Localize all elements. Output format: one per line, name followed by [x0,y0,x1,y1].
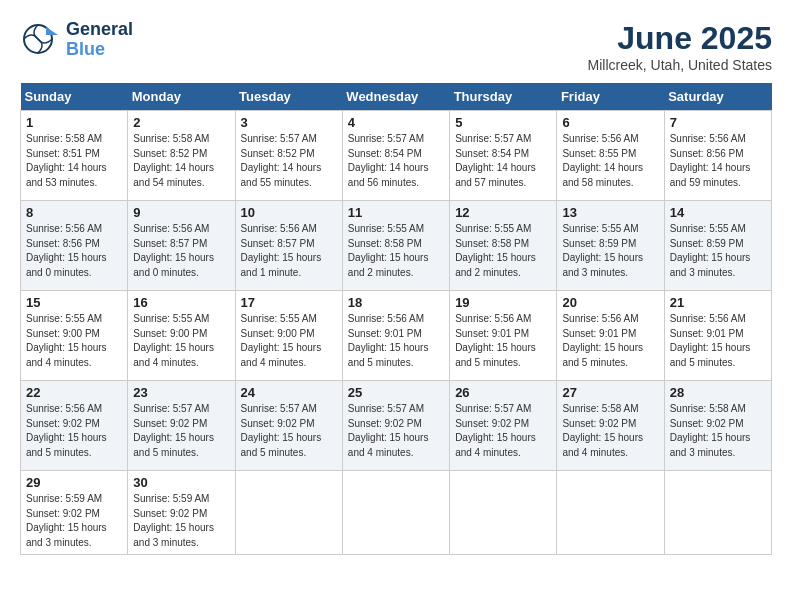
sunset-text: Sunset: 9:02 PM [26,418,100,429]
daylight-text: Daylight: 15 hours and 3 minutes. [26,522,107,548]
day-number: 13 [562,205,658,220]
sunset-text: Sunset: 9:02 PM [455,418,529,429]
day-info: Sunrise: 5:57 AM Sunset: 9:02 PM Dayligh… [133,402,229,460]
day-info: Sunrise: 5:58 AM Sunset: 8:52 PM Dayligh… [133,132,229,190]
table-row: 7 Sunrise: 5:56 AM Sunset: 8:56 PM Dayli… [664,111,771,201]
daylight-text: Daylight: 15 hours and 5 minutes. [348,342,429,368]
sunset-text: Sunset: 9:00 PM [133,328,207,339]
daylight-text: Daylight: 15 hours and 3 minutes. [562,252,643,278]
day-number: 9 [133,205,229,220]
sunrise-text: Sunrise: 5:56 AM [670,313,746,324]
day-number: 7 [670,115,766,130]
day-number: 3 [241,115,337,130]
sunrise-text: Sunrise: 5:56 AM [26,223,102,234]
table-row: 23 Sunrise: 5:57 AM Sunset: 9:02 PM Dayl… [128,381,235,471]
calendar-table: Sunday Monday Tuesday Wednesday Thursday… [20,83,772,555]
calendar-header-row: Sunday Monday Tuesday Wednesday Thursday… [21,83,772,111]
col-friday: Friday [557,83,664,111]
table-row: 15 Sunrise: 5:55 AM Sunset: 9:00 PM Dayl… [21,291,128,381]
sunrise-text: Sunrise: 5:58 AM [562,403,638,414]
day-number: 26 [455,385,551,400]
day-info: Sunrise: 5:58 AM Sunset: 8:51 PM Dayligh… [26,132,122,190]
day-number: 23 [133,385,229,400]
sunset-text: Sunset: 8:57 PM [241,238,315,249]
sunset-text: Sunset: 8:56 PM [670,148,744,159]
location-title: Millcreek, Utah, United States [588,57,772,73]
day-info: Sunrise: 5:58 AM Sunset: 9:02 PM Dayligh… [562,402,658,460]
sunset-text: Sunset: 8:51 PM [26,148,100,159]
day-info: Sunrise: 5:56 AM Sunset: 9:01 PM Dayligh… [562,312,658,370]
day-number: 21 [670,295,766,310]
day-number: 11 [348,205,444,220]
sunrise-text: Sunrise: 5:58 AM [133,133,209,144]
calendar-week-row: 22 Sunrise: 5:56 AM Sunset: 9:02 PM Dayl… [21,381,772,471]
daylight-text: Daylight: 15 hours and 5 minutes. [133,432,214,458]
daylight-text: Daylight: 15 hours and 5 minutes. [562,342,643,368]
sunset-text: Sunset: 8:58 PM [348,238,422,249]
table-row: 17 Sunrise: 5:55 AM Sunset: 9:00 PM Dayl… [235,291,342,381]
sunrise-text: Sunrise: 5:55 AM [26,313,102,324]
table-row: 24 Sunrise: 5:57 AM Sunset: 9:02 PM Dayl… [235,381,342,471]
daylight-text: Daylight: 14 hours and 57 minutes. [455,162,536,188]
calendar-week-row: 29 Sunrise: 5:59 AM Sunset: 9:02 PM Dayl… [21,471,772,555]
sunset-text: Sunset: 8:54 PM [455,148,529,159]
sunset-text: Sunset: 8:52 PM [241,148,315,159]
col-thursday: Thursday [450,83,557,111]
sunset-text: Sunset: 9:02 PM [133,418,207,429]
table-row: 12 Sunrise: 5:55 AM Sunset: 8:58 PM Dayl… [450,201,557,291]
sunrise-text: Sunrise: 5:55 AM [455,223,531,234]
sunset-text: Sunset: 9:02 PM [562,418,636,429]
day-number: 20 [562,295,658,310]
sunset-text: Sunset: 9:00 PM [26,328,100,339]
title-area: June 2025 Millcreek, Utah, United States [588,20,772,73]
sunrise-text: Sunrise: 5:57 AM [455,403,531,414]
table-row: 13 Sunrise: 5:55 AM Sunset: 8:59 PM Dayl… [557,201,664,291]
table-row: 19 Sunrise: 5:56 AM Sunset: 9:01 PM Dayl… [450,291,557,381]
daylight-text: Daylight: 15 hours and 4 minutes. [455,432,536,458]
calendar-week-row: 1 Sunrise: 5:58 AM Sunset: 8:51 PM Dayli… [21,111,772,201]
sunrise-text: Sunrise: 5:57 AM [455,133,531,144]
logo-name: General Blue [66,20,133,60]
day-number: 29 [26,475,122,490]
day-info: Sunrise: 5:56 AM Sunset: 9:02 PM Dayligh… [26,402,122,460]
sunset-text: Sunset: 9:02 PM [241,418,315,429]
sunset-text: Sunset: 8:57 PM [133,238,207,249]
daylight-text: Daylight: 15 hours and 5 minutes. [26,432,107,458]
day-info: Sunrise: 5:57 AM Sunset: 8:54 PM Dayligh… [455,132,551,190]
day-number: 4 [348,115,444,130]
day-info: Sunrise: 5:56 AM Sunset: 8:56 PM Dayligh… [26,222,122,280]
sunset-text: Sunset: 9:02 PM [670,418,744,429]
sunset-text: Sunset: 9:02 PM [133,508,207,519]
sunrise-text: Sunrise: 5:55 AM [348,223,424,234]
day-info: Sunrise: 5:56 AM Sunset: 8:56 PM Dayligh… [670,132,766,190]
sunrise-text: Sunrise: 5:57 AM [241,403,317,414]
sunrise-text: Sunrise: 5:55 AM [241,313,317,324]
daylight-text: Daylight: 15 hours and 3 minutes. [133,522,214,548]
table-row: 28 Sunrise: 5:58 AM Sunset: 9:02 PM Dayl… [664,381,771,471]
sunrise-text: Sunrise: 5:55 AM [562,223,638,234]
daylight-text: Daylight: 15 hours and 5 minutes. [241,432,322,458]
day-info: Sunrise: 5:56 AM Sunset: 9:01 PM Dayligh… [455,312,551,370]
sunrise-text: Sunrise: 5:56 AM [26,403,102,414]
day-info: Sunrise: 5:57 AM Sunset: 9:02 PM Dayligh… [455,402,551,460]
day-info: Sunrise: 5:57 AM Sunset: 8:52 PM Dayligh… [241,132,337,190]
day-info: Sunrise: 5:59 AM Sunset: 9:02 PM Dayligh… [26,492,122,550]
sunset-text: Sunset: 8:59 PM [562,238,636,249]
daylight-text: Daylight: 15 hours and 3 minutes. [670,252,751,278]
svg-marker-1 [46,27,58,35]
table-row: 29 Sunrise: 5:59 AM Sunset: 9:02 PM Dayl… [21,471,128,555]
table-row [664,471,771,555]
day-info: Sunrise: 5:55 AM Sunset: 8:59 PM Dayligh… [670,222,766,280]
logo: General Blue [20,20,133,60]
day-number: 24 [241,385,337,400]
sunrise-text: Sunrise: 5:58 AM [26,133,102,144]
daylight-text: Daylight: 14 hours and 58 minutes. [562,162,643,188]
day-info: Sunrise: 5:57 AM Sunset: 9:02 PM Dayligh… [348,402,444,460]
day-info: Sunrise: 5:55 AM Sunset: 9:00 PM Dayligh… [133,312,229,370]
day-number: 1 [26,115,122,130]
daylight-text: Daylight: 15 hours and 4 minutes. [26,342,107,368]
daylight-text: Daylight: 14 hours and 59 minutes. [670,162,751,188]
sunrise-text: Sunrise: 5:59 AM [133,493,209,504]
day-info: Sunrise: 5:55 AM Sunset: 8:59 PM Dayligh… [562,222,658,280]
sunset-text: Sunset: 8:54 PM [348,148,422,159]
